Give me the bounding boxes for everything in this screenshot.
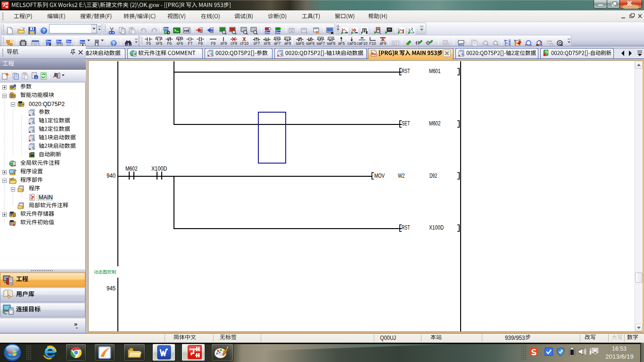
svg-text:Dev: Dev xyxy=(80,41,86,43)
svg-text:Dev: Dev xyxy=(46,40,52,43)
svg-text:?: ? xyxy=(42,28,46,33)
svg-text:Dev: Dev xyxy=(57,40,62,43)
svg-text:939/953: 939/953 xyxy=(505,335,525,341)
svg-text:SET: SET xyxy=(402,120,410,127)
svg-text:Dev: Dev xyxy=(164,27,169,30)
svg-text:X100D: X100D xyxy=(151,165,167,172)
svg-text:945: 945 xyxy=(107,285,116,292)
svg-text:Dev: Dev xyxy=(265,31,271,34)
svg-text:D92: D92 xyxy=(429,172,437,179)
svg-text:16:53: 16:53 xyxy=(612,346,627,352)
svg-text:RST: RST xyxy=(402,68,410,74)
svg-text:RST: RST xyxy=(402,224,410,231)
svg-text:W2: W2 xyxy=(398,172,405,179)
svg-text:?: ? xyxy=(112,41,115,46)
svg-text:Q: Q xyxy=(559,41,562,46)
svg-text:940: 940 xyxy=(107,173,116,179)
svg-text:M601: M601 xyxy=(429,68,441,74)
svg-text:ST: ST xyxy=(393,42,398,45)
svg-text:2013/6/19: 2013/6/19 xyxy=(605,354,634,360)
svg-text:X100D: X100D xyxy=(429,224,444,231)
svg-text:i: i xyxy=(35,75,36,80)
svg-text:M602: M602 xyxy=(429,120,441,127)
svg-text:»: » xyxy=(74,321,77,328)
svg-text:M602: M602 xyxy=(125,165,138,172)
svg-text:MOV: MOV xyxy=(374,172,385,179)
svg-text:Dev: Dev xyxy=(276,31,281,34)
svg-text:Q00UJ: Q00UJ xyxy=(380,335,396,341)
svg-text:Dev: Dev xyxy=(66,40,72,43)
